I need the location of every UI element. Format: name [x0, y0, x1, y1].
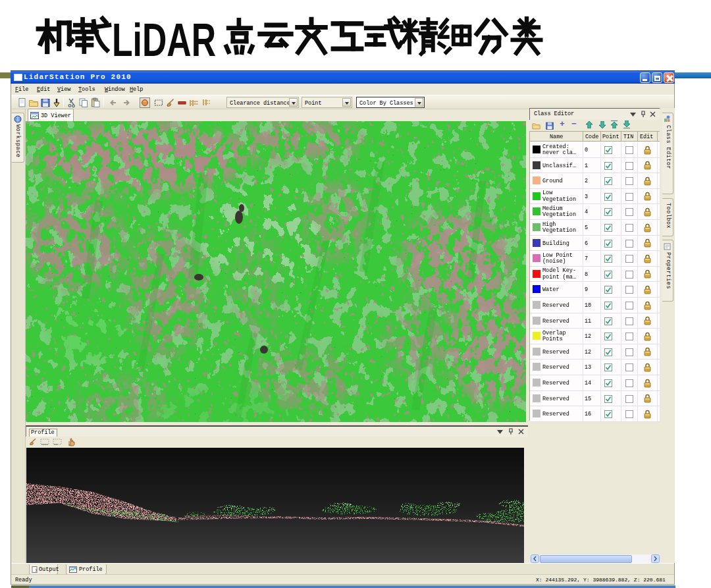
svg-text:LiDAR: LiDAR — [112, 14, 216, 66]
